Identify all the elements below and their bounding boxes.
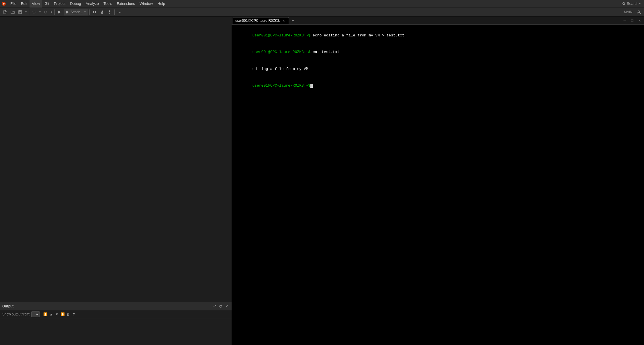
menu-view[interactable]: View — [30, 0, 42, 7]
search-dropdown-icon: ▾ — [639, 2, 641, 5]
svg-point-13 — [638, 11, 640, 12]
toolbar: ▾ ▾ ▾ Attach... ▾ — [0, 7, 644, 17]
terminal-prompt-1: user001@CPC-laure-R0ZK3:~$ — [252, 33, 310, 38]
output-minimize-button[interactable] — [212, 304, 217, 309]
editor-area[interactable] — [0, 17, 232, 302]
toolbar-separator-3 — [89, 9, 90, 15]
output-scroll-bottom-button[interactable]: ⏬ — [60, 312, 65, 317]
terminal-tab-label: user001@CPC-laure-R0ZK3: — [235, 19, 280, 23]
terminal-line-3: user001@CPC-laure-R0ZK3:~$ — [234, 77, 641, 94]
terminal-command-2: cat test.txt — [310, 50, 339, 54]
terminal-close-button[interactable]: × — [637, 17, 643, 24]
svg-marker-6 — [58, 11, 61, 13]
output-title: Output — [2, 304, 13, 308]
build-button[interactable] — [56, 9, 63, 15]
terminal-tab-active[interactable]: user001@CPC-laure-R0ZK3: × — [233, 17, 289, 24]
terminal-window-controls: ─ □ × — [622, 17, 643, 24]
main-content: Output × Show output from: — [0, 17, 644, 345]
terminal-content[interactable]: user001@CPC-laure-R0ZK3:~$ echo editing … — [232, 25, 644, 345]
terminal-tab-bar: user001@CPC-laure-R0ZK3: × + ─ □ × — [232, 17, 644, 25]
output-filter-select[interactable] — [31, 311, 40, 317]
toolbar-separator-1 — [29, 9, 29, 15]
svg-rect-5 — [19, 12, 21, 13]
menu-debug[interactable]: Debug — [68, 0, 83, 7]
terminal-prompt-3: user001@CPC-laure-R0ZK3:~$ — [252, 83, 310, 88]
menu-edit[interactable]: Edit — [19, 0, 30, 7]
terminal-line-2: user001@CPC-laure-R0ZK3:~$ cat test.txt — [234, 44, 641, 61]
debug-run-button[interactable] — [91, 9, 98, 15]
svg-marker-7 — [66, 11, 69, 13]
output-filter-label: Show output from: — [2, 312, 30, 316]
search-toolbar-button[interactable] — [635, 9, 642, 15]
svg-point-10 — [101, 12, 103, 13]
menu-help[interactable]: Help — [155, 0, 167, 7]
terminal-line-1: user001@CPC-laure-R0ZK3:~$ echo editing … — [234, 27, 641, 44]
output-header: Output × — [0, 302, 232, 310]
search-menu[interactable]: Search ▾ — [620, 1, 643, 6]
terminal-minimize-button[interactable]: ─ — [622, 17, 628, 24]
attach-icon — [66, 10, 69, 14]
search-label: Search — [627, 1, 639, 6]
save-button[interactable] — [17, 9, 24, 15]
menu-window[interactable]: Window — [137, 0, 155, 7]
left-section: Output × Show output from: — [0, 17, 232, 345]
menu-analyze[interactable]: Analyze — [83, 0, 101, 7]
menu-bar: File Edit View Git Project Debug Analyze… — [0, 0, 644, 7]
terminal-cursor — [310, 84, 313, 88]
dropdown-arrow-button[interactable]: ▾ — [24, 9, 28, 15]
open-folder-button[interactable] — [9, 9, 16, 15]
redo-dropdown-button[interactable]: ▾ — [50, 9, 53, 15]
more-actions-button[interactable]: ··· — [116, 9, 123, 15]
svg-rect-4 — [19, 10, 21, 11]
output-content — [0, 318, 232, 345]
person-icon — [637, 10, 641, 14]
output-controls: × — [212, 304, 229, 309]
menu-file[interactable]: File — [8, 0, 19, 7]
terminal-tab-close-button[interactable]: × — [282, 19, 286, 23]
output-pin-button[interactable] — [218, 304, 223, 309]
app-logo — [1, 1, 6, 6]
svg-rect-2 — [4, 10, 6, 14]
terminal-add-tab-button[interactable]: + — [290, 18, 296, 24]
output-scroll-down-button[interactable]: ▼ — [54, 312, 59, 317]
menu-git[interactable]: Git — [42, 0, 52, 7]
output-close-button[interactable]: × — [224, 304, 229, 309]
output-panel: Output × Show output from: — [0, 302, 232, 345]
terminal-maximize-button[interactable]: □ — [629, 17, 635, 24]
terminal-prompt-2: user001@CPC-laure-R0ZK3:~$ — [252, 50, 310, 54]
new-file-button[interactable] — [2, 9, 9, 15]
output-scroll-top-button[interactable]: ⏫ — [43, 312, 48, 317]
dropdown-icon: ▾ — [25, 10, 27, 13]
svg-rect-8 — [93, 11, 94, 13]
redo-button[interactable] — [42, 9, 49, 15]
menu-project[interactable]: Project — [52, 0, 68, 7]
search-icon — [622, 2, 626, 5]
main-label: MAIN — [624, 10, 635, 14]
output-settings-button[interactable]: ⚙ — [71, 312, 77, 317]
terminal-panel: user001@CPC-laure-R0ZK3: × + ─ □ × user0… — [232, 17, 644, 345]
attach-button[interactable]: Attach... ▾ — [64, 9, 88, 15]
step-over-button[interactable] — [99, 9, 105, 15]
toolbar-separator-4 — [114, 9, 115, 15]
undo-dropdown-button[interactable]: ▾ — [38, 9, 42, 15]
toolbar-separator-2 — [54, 9, 55, 15]
undo-button[interactable] — [31, 9, 38, 15]
terminal-output-text: editing a file from my VM — [252, 67, 308, 71]
svg-line-14 — [214, 305, 216, 307]
svg-point-11 — [109, 12, 110, 13]
svg-rect-9 — [95, 11, 96, 13]
menu-extensions[interactable]: Extensions — [114, 0, 137, 7]
terminal-command-1: echo editing a file from my VM > test.tx… — [310, 33, 404, 38]
step-into-button[interactable] — [106, 9, 113, 15]
output-clear-button[interactable]: 🗑 — [66, 312, 71, 317]
menu-tools[interactable]: Tools — [101, 0, 114, 7]
attach-dropdown-icon: ▾ — [84, 10, 86, 13]
terminal-output-line: editing a file from my VM — [234, 61, 641, 77]
attach-label: Attach... — [71, 10, 83, 14]
output-filter-bar: Show output from: ⏫ ▲ ▼ ⏬ 🗑 ⚙ — [0, 310, 232, 318]
output-scroll-up-button[interactable]: ▲ — [48, 312, 54, 317]
output-filter-buttons: ⏫ ▲ ▼ ⏬ 🗑 ⚙ — [43, 312, 77, 317]
